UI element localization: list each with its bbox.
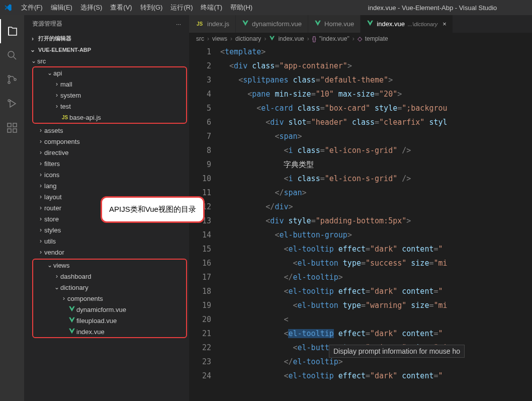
tree-label: base-api.js (69, 114, 101, 121)
menu-item[interactable]: 转到(G) (136, 3, 167, 12)
project-section[interactable]: ⌄ VUE-ELEMENT-ABP (24, 44, 189, 55)
code-line[interactable]: 字典类型 (220, 157, 532, 172)
tree-item[interactable]: ⌄dictionary (33, 282, 186, 293)
menu-item[interactable]: 终端(T) (197, 3, 226, 12)
tree-item[interactable]: ›vendor (24, 247, 189, 258)
code-line[interactable]: <el-tooltip effect="dark" content=" (220, 284, 532, 298)
chevron-right-icon: › (37, 237, 44, 245)
tree-item[interactable]: JSbase-api.js (33, 112, 186, 123)
code-line[interactable]: <el-tooltip effect="dark" content=" (220, 242, 532, 256)
editor-tab[interactable]: Home.vue (308, 15, 361, 33)
opened-editors-section[interactable]: › 打开的编辑器 (24, 33, 189, 44)
code-line[interactable]: <el-button type="success" size="mi (220, 256, 532, 270)
code-line[interactable]: <pane min-size="10" max-size="20"> (220, 87, 532, 101)
tree-item[interactable]: ›system (33, 90, 186, 101)
close-icon[interactable]: × (442, 20, 447, 28)
line-number: 21 (189, 327, 211, 341)
tree-item[interactable]: ›components (33, 293, 186, 304)
editor-tab[interactable]: index.vue...\dictionary× (361, 15, 453, 33)
tree-item[interactable]: ›components (24, 136, 189, 147)
menu-item[interactable]: 文件(F) (17, 3, 47, 12)
line-number: 22 (189, 341, 211, 355)
breadcrumb-item[interactable]: template (365, 35, 388, 42)
breadcrumb-item[interactable]: index.vue (278, 35, 304, 42)
code-line[interactable]: <i class="el-icon-s-grid" /> (220, 143, 532, 157)
code-line[interactable]: <el-button-group> (220, 228, 532, 242)
code-line[interactable]: </el-tooltip> (220, 270, 532, 284)
opened-editors-label: 打开的编辑器 (38, 35, 71, 42)
source-control-icon[interactable] (0, 67, 24, 92)
code-line[interactable]: <template> (220, 45, 532, 59)
tree-item[interactable]: ›dashboard (33, 271, 186, 282)
breadcrumb-item[interactable]: views (212, 35, 227, 42)
breadcrumb-item[interactable]: dictionary (235, 35, 261, 42)
code-line[interactable]: <el-tooltip effect="dark" content=" (220, 369, 532, 383)
code-line[interactable]: < (220, 312, 532, 327)
tree-item[interactable]: index.vue (33, 326, 186, 337)
tree-label: router (44, 204, 61, 212)
editor-tab[interactable]: dynamicform.vue (236, 15, 308, 33)
search-icon[interactable] (0, 43, 24, 67)
hover-tooltip: Display prompt information for mouse ho (329, 345, 465, 358)
editor-tab[interactable]: JSindex.js (189, 15, 236, 33)
tree-label: src (37, 57, 46, 65)
tree-label: system (60, 92, 81, 99)
svg-point-3 (14, 78, 16, 81)
editor-tabs: JSindex.jsdynamicform.vueHome.vueindex.v… (189, 15, 532, 33)
explorer-icon[interactable] (0, 19, 24, 43)
more-icon[interactable]: ··· (176, 21, 181, 28)
debug-icon[interactable] (0, 92, 24, 116)
tree-label: dictionary (60, 284, 88, 291)
breadcrumb-item[interactable]: "index.vue" (319, 35, 349, 42)
tree-item[interactable]: ›styles (24, 224, 189, 235)
tree-item[interactable]: ⌄api (33, 67, 186, 78)
chevron-right-icon: › (37, 171, 44, 178)
chevron-right-icon: › (37, 226, 44, 233)
breadcrumb-item[interactable]: src (196, 35, 204, 42)
breadcrumbs[interactable]: src›views›dictionary›index.vue›{}"index.… (189, 33, 532, 45)
code-line[interactable]: </span> (220, 186, 532, 200)
tree-label: layout (44, 193, 62, 201)
code-line[interactable]: <div style="padding-bottom:5px"> (220, 214, 532, 228)
code-line[interactable]: <el-button type="warning" size="mi (220, 298, 532, 312)
code-line[interactable]: <i class="el-icon-s-grid" /> (220, 172, 532, 186)
tree-label: lang (44, 182, 57, 190)
svg-rect-6 (13, 123, 17, 127)
menu-item[interactable]: 帮助(H) (226, 3, 256, 12)
svg-point-0 (8, 51, 14, 57)
tree-item[interactable]: ›utils (24, 235, 189, 247)
code-line[interactable]: <div slot="header" class="clearfix" styl (220, 115, 532, 129)
chevron-down-icon: ⌄ (53, 284, 60, 291)
tree-item[interactable]: ›mall (33, 78, 186, 90)
tree-item[interactable]: ⌄src (24, 55, 189, 66)
code-line[interactable]: </div> (220, 200, 532, 214)
code-line[interactable]: <span> (220, 129, 532, 143)
code-line[interactable]: <splitpanes class="default-theme"> (220, 73, 532, 87)
menu-item[interactable]: 查看(V) (106, 3, 136, 12)
tree-item[interactable]: ›assets (24, 125, 189, 136)
line-number: 5 (189, 101, 211, 115)
tree-item[interactable]: ›filters (24, 158, 189, 169)
tree-item[interactable]: ›test (33, 101, 186, 112)
extensions-icon[interactable] (0, 116, 24, 140)
chevron-down-icon: ⌄ (30, 57, 37, 64)
api-folder-highlight: ⌄api›mall›system›testJSbase-api.js (32, 66, 187, 124)
tree-item[interactable]: dynamicform.vue (33, 304, 186, 315)
menu-item[interactable]: 选择(S) (76, 3, 106, 12)
chevron-right-icon: › (307, 35, 309, 42)
line-number: 20 (189, 312, 211, 327)
code-line[interactable]: <el-card class="box-card" style=";backgr… (220, 101, 532, 115)
tree-item[interactable]: ›icons (24, 169, 189, 180)
tree-item[interactable]: ›lang (24, 180, 189, 191)
line-number: 9 (189, 157, 211, 172)
code-line[interactable]: <el-tooltip effect="dark" content=" (220, 327, 532, 341)
tree-item[interactable]: ›directive (24, 147, 189, 158)
tree-item[interactable]: ⌄views (33, 260, 186, 271)
svg-point-4 (8, 100, 10, 102)
code-line[interactable]: <div class="app-container"> (220, 59, 532, 73)
menu-item[interactable]: 运行(R) (166, 3, 197, 12)
window-title: index.vue - Vue-Element-Abp - Visual Stu… (256, 4, 528, 12)
menu-item[interactable]: 编辑(E) (47, 3, 76, 12)
sidebar-title: 资源管理器 ··· (24, 15, 189, 33)
tree-item[interactable]: fileupload.vue (33, 315, 186, 326)
